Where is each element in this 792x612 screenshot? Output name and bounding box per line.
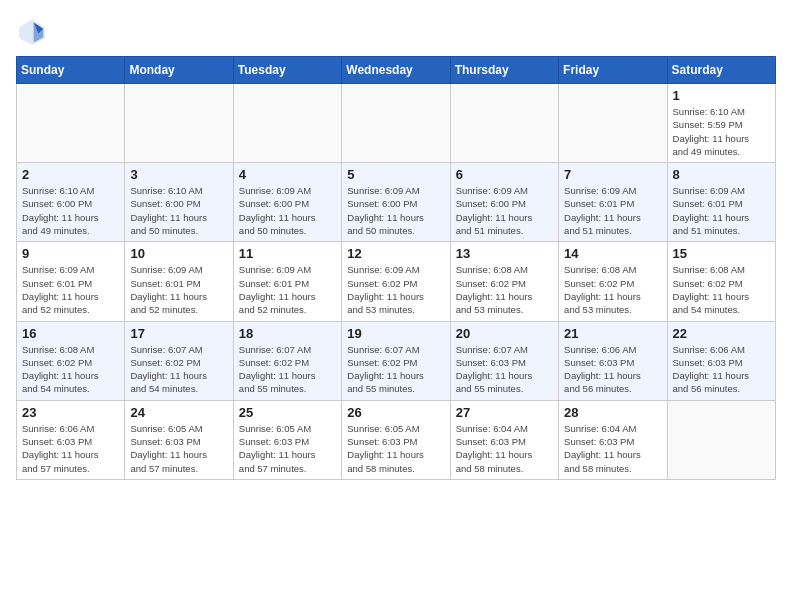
calendar-cell: 5Sunrise: 6:09 AM Sunset: 6:00 PM Daylig… [342,163,450,242]
cell-info: Sunrise: 6:09 AM Sunset: 6:00 PM Dayligh… [456,184,553,237]
weekday-header-saturday: Saturday [667,57,775,84]
calendar-cell: 17Sunrise: 6:07 AM Sunset: 6:02 PM Dayli… [125,321,233,400]
calendar-cell: 9Sunrise: 6:09 AM Sunset: 6:01 PM Daylig… [17,242,125,321]
day-number: 16 [22,326,119,341]
calendar-week-row: 2Sunrise: 6:10 AM Sunset: 6:00 PM Daylig… [17,163,776,242]
calendar-cell: 8Sunrise: 6:09 AM Sunset: 6:01 PM Daylig… [667,163,775,242]
calendar-cell: 24Sunrise: 6:05 AM Sunset: 6:03 PM Dayli… [125,400,233,479]
cell-info: Sunrise: 6:08 AM Sunset: 6:02 PM Dayligh… [456,263,553,316]
cell-info: Sunrise: 6:09 AM Sunset: 6:01 PM Dayligh… [673,184,770,237]
calendar-cell [17,84,125,163]
calendar-cell: 14Sunrise: 6:08 AM Sunset: 6:02 PM Dayli… [559,242,667,321]
cell-info: Sunrise: 6:05 AM Sunset: 6:03 PM Dayligh… [130,422,227,475]
cell-info: Sunrise: 6:10 AM Sunset: 6:00 PM Dayligh… [130,184,227,237]
day-number: 18 [239,326,336,341]
calendar-cell: 15Sunrise: 6:08 AM Sunset: 6:02 PM Dayli… [667,242,775,321]
cell-info: Sunrise: 6:07 AM Sunset: 6:03 PM Dayligh… [456,343,553,396]
cell-info: Sunrise: 6:08 AM Sunset: 6:02 PM Dayligh… [22,343,119,396]
calendar-cell: 2Sunrise: 6:10 AM Sunset: 6:00 PM Daylig… [17,163,125,242]
day-number: 19 [347,326,444,341]
cell-info: Sunrise: 6:07 AM Sunset: 6:02 PM Dayligh… [239,343,336,396]
weekday-header-wednesday: Wednesday [342,57,450,84]
calendar-cell: 7Sunrise: 6:09 AM Sunset: 6:01 PM Daylig… [559,163,667,242]
cell-info: Sunrise: 6:08 AM Sunset: 6:02 PM Dayligh… [564,263,661,316]
day-number: 13 [456,246,553,261]
weekday-header-monday: Monday [125,57,233,84]
calendar-cell: 16Sunrise: 6:08 AM Sunset: 6:02 PM Dayli… [17,321,125,400]
calendar-cell: 27Sunrise: 6:04 AM Sunset: 6:03 PM Dayli… [450,400,558,479]
cell-info: Sunrise: 6:06 AM Sunset: 6:03 PM Dayligh… [673,343,770,396]
cell-info: Sunrise: 6:09 AM Sunset: 6:01 PM Dayligh… [22,263,119,316]
day-number: 17 [130,326,227,341]
cell-info: Sunrise: 6:05 AM Sunset: 6:03 PM Dayligh… [347,422,444,475]
cell-info: Sunrise: 6:07 AM Sunset: 6:02 PM Dayligh… [347,343,444,396]
calendar-cell: 11Sunrise: 6:09 AM Sunset: 6:01 PM Dayli… [233,242,341,321]
day-number: 14 [564,246,661,261]
calendar-cell: 6Sunrise: 6:09 AM Sunset: 6:00 PM Daylig… [450,163,558,242]
calendar-week-row: 23Sunrise: 6:06 AM Sunset: 6:03 PM Dayli… [17,400,776,479]
calendar-cell: 1Sunrise: 6:10 AM Sunset: 5:59 PM Daylig… [667,84,775,163]
calendar-cell [667,400,775,479]
page-header [16,16,776,48]
day-number: 23 [22,405,119,420]
calendar-cell: 23Sunrise: 6:06 AM Sunset: 6:03 PM Dayli… [17,400,125,479]
calendar-cell [233,84,341,163]
day-number: 8 [673,167,770,182]
weekday-header-row: SundayMondayTuesdayWednesdayThursdayFrid… [17,57,776,84]
cell-info: Sunrise: 6:10 AM Sunset: 5:59 PM Dayligh… [673,105,770,158]
cell-info: Sunrise: 6:09 AM Sunset: 6:02 PM Dayligh… [347,263,444,316]
cell-info: Sunrise: 6:09 AM Sunset: 6:01 PM Dayligh… [130,263,227,316]
calendar-cell [125,84,233,163]
calendar-cell: 28Sunrise: 6:04 AM Sunset: 6:03 PM Dayli… [559,400,667,479]
day-number: 5 [347,167,444,182]
day-number: 27 [456,405,553,420]
cell-info: Sunrise: 6:09 AM Sunset: 6:00 PM Dayligh… [347,184,444,237]
day-number: 15 [673,246,770,261]
day-number: 20 [456,326,553,341]
calendar-cell [450,84,558,163]
calendar-cell: 25Sunrise: 6:05 AM Sunset: 6:03 PM Dayli… [233,400,341,479]
day-number: 4 [239,167,336,182]
calendar-cell: 4Sunrise: 6:09 AM Sunset: 6:00 PM Daylig… [233,163,341,242]
calendar-cell: 18Sunrise: 6:07 AM Sunset: 6:02 PM Dayli… [233,321,341,400]
day-number: 2 [22,167,119,182]
calendar-cell: 26Sunrise: 6:05 AM Sunset: 6:03 PM Dayli… [342,400,450,479]
calendar-table: SundayMondayTuesdayWednesdayThursdayFrid… [16,56,776,480]
day-number: 25 [239,405,336,420]
calendar-cell: 3Sunrise: 6:10 AM Sunset: 6:00 PM Daylig… [125,163,233,242]
calendar-cell: 22Sunrise: 6:06 AM Sunset: 6:03 PM Dayli… [667,321,775,400]
cell-info: Sunrise: 6:10 AM Sunset: 6:00 PM Dayligh… [22,184,119,237]
weekday-header-thursday: Thursday [450,57,558,84]
day-number: 22 [673,326,770,341]
calendar-cell: 19Sunrise: 6:07 AM Sunset: 6:02 PM Dayli… [342,321,450,400]
weekday-header-sunday: Sunday [17,57,125,84]
calendar-cell: 12Sunrise: 6:09 AM Sunset: 6:02 PM Dayli… [342,242,450,321]
day-number: 10 [130,246,227,261]
cell-info: Sunrise: 6:09 AM Sunset: 6:01 PM Dayligh… [239,263,336,316]
day-number: 11 [239,246,336,261]
cell-info: Sunrise: 6:06 AM Sunset: 6:03 PM Dayligh… [22,422,119,475]
weekday-header-friday: Friday [559,57,667,84]
logo-icon [16,16,48,48]
calendar-cell [342,84,450,163]
day-number: 24 [130,405,227,420]
day-number: 7 [564,167,661,182]
calendar-week-row: 1Sunrise: 6:10 AM Sunset: 5:59 PM Daylig… [17,84,776,163]
calendar-cell: 10Sunrise: 6:09 AM Sunset: 6:01 PM Dayli… [125,242,233,321]
cell-info: Sunrise: 6:07 AM Sunset: 6:02 PM Dayligh… [130,343,227,396]
cell-info: Sunrise: 6:09 AM Sunset: 6:01 PM Dayligh… [564,184,661,237]
cell-info: Sunrise: 6:08 AM Sunset: 6:02 PM Dayligh… [673,263,770,316]
day-number: 21 [564,326,661,341]
day-number: 6 [456,167,553,182]
cell-info: Sunrise: 6:06 AM Sunset: 6:03 PM Dayligh… [564,343,661,396]
day-number: 12 [347,246,444,261]
calendar-cell: 20Sunrise: 6:07 AM Sunset: 6:03 PM Dayli… [450,321,558,400]
calendar-week-row: 9Sunrise: 6:09 AM Sunset: 6:01 PM Daylig… [17,242,776,321]
logo [16,16,52,48]
cell-info: Sunrise: 6:09 AM Sunset: 6:00 PM Dayligh… [239,184,336,237]
cell-info: Sunrise: 6:04 AM Sunset: 6:03 PM Dayligh… [456,422,553,475]
calendar-cell: 21Sunrise: 6:06 AM Sunset: 6:03 PM Dayli… [559,321,667,400]
cell-info: Sunrise: 6:05 AM Sunset: 6:03 PM Dayligh… [239,422,336,475]
calendar-week-row: 16Sunrise: 6:08 AM Sunset: 6:02 PM Dayli… [17,321,776,400]
calendar-cell: 13Sunrise: 6:08 AM Sunset: 6:02 PM Dayli… [450,242,558,321]
